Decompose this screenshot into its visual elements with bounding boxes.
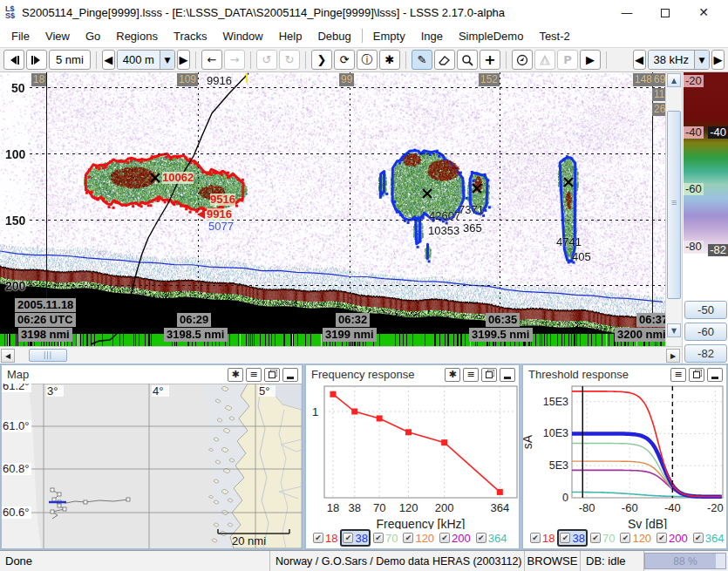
legend-freq-364[interactable]: ✔364 [691,529,727,547]
map-canvas[interactable]: 20 nmi61.2°61.0°60.8°60.6°3°4°5° [2,384,302,548]
menu-test-2[interactable]: Test-2 [531,27,577,45]
legend-freq-200[interactable]: ✔200 [437,529,473,547]
checkbox-icon[interactable]: ✔ [693,533,704,543]
panel-duplicate-button[interactable] [481,368,497,382]
menu-empty[interactable]: Empty [365,27,413,45]
chevron-down-icon[interactable]: ▼ [160,51,174,69]
panel-minimize-button[interactable] [500,368,515,382]
legend-label: 70 [602,532,615,545]
checkbox-icon[interactable]: ✔ [373,533,384,543]
legend-freq-364[interactable]: ✔364 [473,529,510,547]
echogram-horizontal-scrollbar[interactable]: ◀ ▶ [0,346,682,364]
legend-label: 364 [488,532,507,545]
svg-text:364: 364 [490,501,509,514]
vertical-scroll-handle[interactable] [667,111,681,299]
scroll-right-button[interactable]: ▶ [666,349,680,363]
menu-tracks[interactable]: Tracks [166,27,215,45]
scroll-down-button[interactable]: ▼ [667,323,681,337]
refresh-button[interactable]: ⟳ [334,50,355,70]
checkbox-icon[interactable]: ✔ [343,533,353,543]
page-left-button[interactable] [3,50,24,70]
panel-minimize-button[interactable] [707,368,723,382]
next-button[interactable]: ❯ [311,50,332,70]
horizontal-scroll-handle[interactable] [29,349,67,362]
legend-label: 38 [355,532,367,545]
menu-view[interactable]: View [37,27,78,45]
colorbar-button[interactable]: -60 [684,323,727,341]
panel-menu-button[interactable]: ≡ [246,368,262,382]
panel-duplicate-button[interactable] [689,368,704,382]
close-button[interactable]: ✕ [684,5,723,19]
minimize-button[interactable]: — [608,5,646,19]
range-label[interactable]: 5 nmi [49,50,91,70]
menu-help[interactable]: Help [271,27,310,45]
freq-next-button[interactable]: ▶ [711,50,725,70]
menu-window[interactable]: Window [214,27,270,45]
panel-menu-button[interactable]: ≡ [463,368,479,382]
undo-button[interactable]: ↺ [256,50,277,70]
redo-button[interactable]: ↻ [279,50,300,70]
frequency-combo[interactable]: 38 kHz ▼ [648,50,710,70]
legend-freq-18[interactable]: ✔18 [310,529,340,547]
depth-increase-button[interactable]: ▶ [177,50,190,70]
pen-tool-button[interactable]: ✎ [412,50,432,70]
color-scale[interactable] [684,72,728,254]
svg-text:3°: 3° [47,384,58,398]
checkbox-icon[interactable]: ✔ [439,533,450,543]
colorbar-button[interactable]: -82 [684,344,727,363]
legend-freq-120[interactable]: ✔120 [617,529,654,547]
scroll-left-button[interactable]: ◀ [1,349,15,363]
checkbox-icon[interactable]: ✔ [657,533,667,543]
menu-file[interactable]: File [3,27,37,45]
checkbox-icon[interactable]: ✔ [313,533,323,543]
panel-settings-button[interactable]: ✱ [228,368,243,382]
school-value-label: 365 [463,222,482,235]
menu-regions[interactable]: Regions [108,27,166,45]
maximize-button[interactable] [646,5,684,19]
legend-freq-70[interactable]: ✔70 [371,529,400,547]
menu-inge[interactable]: Inge [413,27,451,45]
settings-button[interactable]: ✱ [379,50,400,70]
checkbox-icon[interactable]: ✔ [560,533,570,543]
echogram-vertical-scrollbar[interactable]: ▲ ▼ [665,72,682,346]
checkbox-icon[interactable]: ✔ [403,533,413,543]
forward-button[interactable]: → [224,50,245,70]
legend-freq-38[interactable]: ✔38 [340,529,370,547]
beam-button[interactable] [534,50,555,70]
checkbox-icon[interactable]: ✔ [620,533,630,543]
chevron-down-icon[interactable]: ▼ [694,51,709,69]
page-right-button[interactable] [26,50,47,70]
menu-go[interactable]: Go [78,27,108,45]
freq-prev-button[interactable]: ◀ [633,50,646,70]
zoom-tool-button[interactable] [457,50,478,70]
checkbox-icon[interactable]: ✔ [590,533,601,543]
menu-simpledemo[interactable]: SimpleDemo [451,27,531,45]
panel-minimize-button[interactable] [282,368,298,382]
back-button[interactable]: ← [201,50,222,70]
depth-combo[interactable]: 400 m ▼ [117,50,175,70]
panel-settings-button[interactable]: ✱ [445,368,460,382]
add-button[interactable]: + [480,50,500,70]
play-button[interactable]: ▶ [580,50,601,70]
legend-freq-200[interactable]: ✔200 [654,529,691,547]
eraser-tool-button[interactable] [434,50,455,70]
legend-freq-120[interactable]: ✔120 [400,529,437,547]
depth-combo-value: 400 m [118,51,160,69]
legend-freq-38[interactable]: ✔38 [557,529,587,547]
info-button[interactable]: ⓘ [357,50,378,70]
checkbox-icon[interactable]: ✔ [476,533,486,543]
panel-duplicate-button[interactable] [264,368,280,382]
school-detect-button[interactable] [512,50,533,70]
p-button[interactable]: P [557,50,578,70]
colorbar-button[interactable]: -50 [684,301,727,319]
depth-decrease-button[interactable]: ◀ [102,50,115,70]
echogram-view[interactable]: 5010015020018109991521486911826099161006… [0,72,728,364]
map-panel-title: Map [7,368,29,381]
svg-text:sA: sA [523,434,534,449]
panel-menu-button[interactable]: ≡ [670,368,686,382]
legend-freq-18[interactable]: ✔18 [527,529,557,547]
legend-freq-70[interactable]: ✔70 [588,529,617,547]
menu-debug[interactable]: Debug [310,27,358,45]
scroll-up-button[interactable]: ▲ [667,73,681,87]
checkbox-icon[interactable]: ✔ [530,533,541,543]
